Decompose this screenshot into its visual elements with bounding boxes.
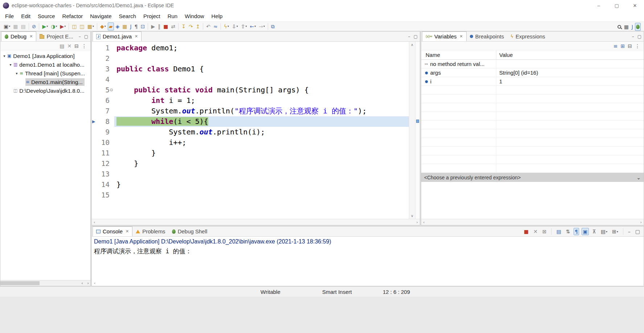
- menu-help[interactable]: Help: [208, 12, 226, 21]
- code-line[interactable]: 6 int i = 1;: [92, 95, 409, 106]
- dropdown-caret-icon[interactable]: ▾: [254, 25, 256, 28]
- line-number-gutter[interactable]: 3: [97, 64, 114, 74]
- show-logical-structures-icon[interactable]: ⊞: [620, 42, 626, 50]
- line-number-gutter[interactable]: 7: [97, 106, 114, 116]
- code-area[interactable]: 1package demo1;23public class Demo1 {45⊖…: [92, 42, 409, 219]
- annotation-ruler[interactable]: [92, 64, 97, 74]
- close-icon[interactable]: ✕: [135, 34, 138, 39]
- java-perspective-icon[interactable]: J: [631, 23, 634, 31]
- inspect-icon[interactable]: ϟ▾: [223, 22, 230, 30]
- scrollbar-thumb[interactable]: [0, 281, 40, 285]
- highlighter-icon[interactable]: ▰: [108, 22, 114, 30]
- dropdown-caret-icon[interactable]: ▾: [227, 25, 229, 28]
- line-number-gutter[interactable]: 4: [97, 74, 114, 85]
- line-number-gutter[interactable]: 6: [97, 95, 114, 106]
- expander-icon[interactable]: ▾: [8, 63, 13, 67]
- menu-file[interactable]: File: [1, 12, 17, 21]
- console-hscrollbar[interactable]: ‹: [92, 280, 644, 286]
- minimize-button[interactable]: –: [590, 0, 608, 11]
- code-text[interactable]: public static void main(String[] args) {: [114, 85, 409, 95]
- maximize-view-icon[interactable]: ▢: [84, 34, 88, 39]
- tab-expressions[interactable]: ϟ Expressions: [507, 32, 549, 41]
- drop-to-frame-icon[interactable]: ↶: [205, 22, 212, 30]
- run-icon[interactable]: ▶▾: [41, 22, 49, 30]
- variable-row[interactable]: ●argsString[0] (id=16): [421, 68, 644, 77]
- close-button[interactable]: ✕: [626, 0, 644, 11]
- external-tools-icon[interactable]: ▶▾: [59, 22, 67, 30]
- next-annotation-icon[interactable]: ⇩▾: [231, 22, 239, 30]
- dropdown-caret-icon[interactable]: ▾: [9, 25, 10, 28]
- code-text[interactable]: [114, 53, 409, 64]
- line-number-gutter[interactable]: 13: [97, 169, 114, 179]
- dropdown-caret-icon[interactable]: ▾: [246, 25, 247, 28]
- link-with-editor-icon[interactable]: ⧉: [270, 22, 276, 30]
- resume-icon[interactable]: ▶: [150, 22, 156, 30]
- scroll-left-icon[interactable]: ‹: [423, 220, 424, 225]
- minimize-view-icon[interactable]: –: [408, 34, 410, 39]
- scroll-right-icon[interactable]: ›: [87, 281, 89, 286]
- line-number-gutter[interactable]: 11: [97, 148, 114, 158]
- menu-search[interactable]: Search: [115, 12, 140, 21]
- coverage-icon[interactable]: ◑▾: [50, 22, 58, 30]
- minimize-view-icon[interactable]: –: [627, 228, 632, 235]
- tab-debug[interactable]: Debug ✕: [1, 32, 36, 41]
- variable-row[interactable]: ↦no method return val...: [421, 60, 644, 68]
- annotation-ruler[interactable]: [92, 95, 97, 106]
- code-text[interactable]: [114, 169, 409, 179]
- code-line[interactable]: 14}: [92, 179, 409, 190]
- open-perspective-icon[interactable]: ▦: [623, 23, 630, 31]
- editor-hscrollbar[interactable]: ‹ ›: [92, 219, 420, 225]
- debug-perspective-icon[interactable]: [635, 23, 641, 31]
- overview-current-line-marker[interactable]: [416, 120, 419, 123]
- open-console-icon[interactable]: ⊞▾: [611, 228, 619, 235]
- scroll-left-icon[interactable]: ‹: [94, 281, 95, 286]
- minimize-view-icon[interactable]: –: [79, 34, 81, 39]
- annotation-ruler[interactable]: [92, 179, 97, 190]
- code-text[interactable]: [114, 74, 409, 85]
- chevron-down-icon[interactable]: ⌄: [636, 175, 641, 180]
- open-type-icon[interactable]: ◈: [115, 22, 121, 30]
- dropdown-caret-icon[interactable]: ▾: [93, 25, 94, 28]
- line-number-gutter[interactable]: 8: [97, 116, 114, 127]
- code-line[interactable]: 5⊖ public static void main(String[] args…: [92, 85, 409, 95]
- code-text[interactable]: package demo1;: [114, 43, 409, 53]
- step-over-icon[interactable]: ↷: [188, 22, 194, 30]
- dropdown-caret-icon[interactable]: ▾: [64, 25, 66, 28]
- dropdown-caret-icon[interactable]: ▾: [46, 25, 48, 28]
- fold-marker-icon[interactable]: ⊖: [110, 85, 114, 95]
- console-empty-area[interactable]: [92, 257, 644, 280]
- overview-ruler[interactable]: [415, 42, 420, 219]
- menu-navigate[interactable]: Navigate: [86, 12, 115, 21]
- annotation-ruler[interactable]: [92, 53, 97, 64]
- annotation-ruler[interactable]: [92, 127, 97, 137]
- step-return-icon[interactable]: ↥: [195, 22, 201, 30]
- tab-breakpoints[interactable]: Breakpoints: [467, 32, 507, 41]
- view-menu-icon[interactable]: ⋮: [634, 42, 641, 50]
- maximize-button[interactable]: ▢: [608, 0, 626, 11]
- dropdown-caret-icon[interactable]: ▾: [606, 230, 607, 233]
- line-number-gutter[interactable]: 14: [97, 179, 114, 190]
- tab-debug-shell[interactable]: Debug Shell: [169, 226, 211, 236]
- tab-problems[interactable]: Problems: [132, 226, 168, 236]
- maximize-view-icon[interactable]: ▢: [637, 34, 641, 39]
- code-line[interactable]: 4: [92, 74, 409, 85]
- tab-demo1-java[interactable]: J Demo1.java ✕: [93, 32, 141, 41]
- code-text[interactable]: [114, 190, 409, 200]
- dropdown-caret-icon[interactable]: ▾: [56, 25, 57, 28]
- suspend-icon[interactable]: ‖: [157, 22, 161, 30]
- dropdown-caret-icon[interactable]: ▾: [104, 25, 106, 28]
- line-number-gutter[interactable]: 12: [97, 158, 114, 169]
- dropdown-caret-icon[interactable]: ▾: [263, 25, 265, 28]
- code-line[interactable]: 2: [92, 53, 409, 64]
- back-icon[interactable]: ←▾: [249, 22, 257, 30]
- code-line[interactable]: 13: [92, 169, 409, 179]
- menu-run[interactable]: Run: [164, 12, 181, 21]
- clear-console-icon[interactable]: ▤: [555, 228, 562, 235]
- scroll-up-icon[interactable]: ∧: [411, 43, 413, 47]
- console-view-icon[interactable]: ⊡: [140, 22, 146, 30]
- javadoc-icon[interactable]: J: [129, 22, 133, 30]
- scroll-lock-icon[interactable]: ⇅: [565, 228, 571, 235]
- close-icon[interactable]: ✕: [29, 34, 33, 39]
- annotation-ruler[interactable]: [92, 43, 97, 53]
- close-icon[interactable]: ✕: [460, 34, 463, 39]
